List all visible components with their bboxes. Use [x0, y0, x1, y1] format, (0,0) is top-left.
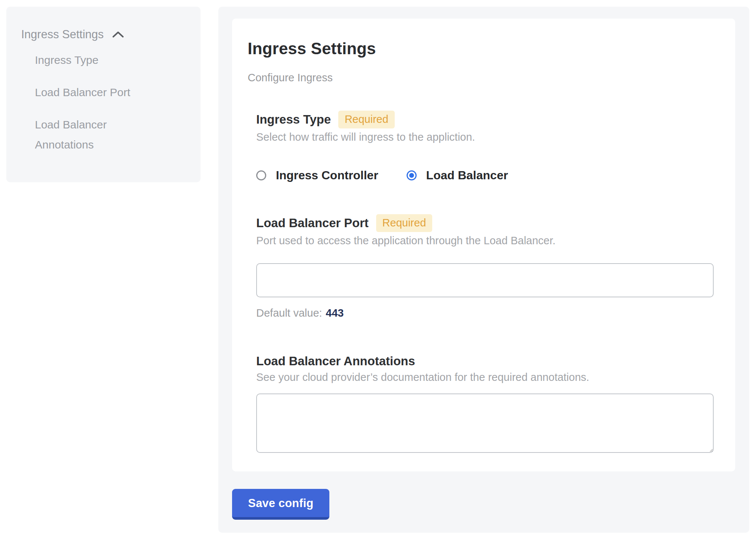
sidebar-item-load-balancer-port[interactable]: Load Balancer Port — [35, 82, 143, 102]
ingress-type-help: Select how traffic will ingress to the a… — [256, 131, 714, 143]
default-value-label: Default value: — [256, 307, 322, 319]
sidebar-item-list: Ingress Type Load Balancer Port Load Bal… — [35, 50, 143, 155]
lb-port-title: Load Balancer Port — [256, 216, 369, 231]
radio-label-ingress-controller[interactable]: Ingress Controller — [276, 168, 378, 183]
section-ingress-type: Ingress Type Required Select how traffic… — [256, 111, 714, 183]
default-value: 443 — [326, 307, 343, 319]
sidebar-item-ingress-type[interactable]: Ingress Type — [35, 50, 143, 70]
section-load-balancer-annotations: Load Balancer Annotations See your cloud… — [256, 354, 714, 453]
settings-sidebar: Ingress Settings Ingress Type Load Balan… — [6, 7, 201, 182]
radio-option-ingress-controller[interactable]: Ingress Controller — [256, 168, 378, 183]
sidebar-group-title: Ingress Settings — [21, 28, 104, 41]
required-badge: Required — [376, 214, 433, 232]
main-panel: Ingress Settings Configure Ingress Ingre… — [218, 7, 749, 533]
ingress-settings-card: Ingress Settings Configure Ingress Ingre… — [232, 19, 735, 471]
lb-annotations-title-row: Load Balancer Annotations — [256, 354, 714, 369]
chevron-up-icon[interactable] — [112, 30, 124, 40]
radio-label-load-balancer[interactable]: Load Balancer — [426, 168, 508, 183]
ingress-type-title-row: Ingress Type Required — [256, 111, 714, 128]
ingress-type-radio-group: Ingress Controller Load Balancer — [256, 168, 714, 183]
default-value-row: Default value:443 — [256, 307, 714, 319]
radio-option-load-balancer[interactable]: Load Balancer — [407, 168, 508, 183]
load-balancer-annotations-textarea[interactable] — [256, 393, 714, 453]
page-title: Ingress Settings — [248, 40, 714, 57]
lb-port-help: Port used to access the application thro… — [256, 234, 714, 247]
radio-ingress-controller[interactable] — [256, 170, 266, 180]
sidebar-group-ingress-settings[interactable]: Ingress Settings — [21, 28, 189, 41]
sidebar-item-load-balancer-annotations[interactable]: Load Balancer Annotations — [35, 115, 143, 155]
load-balancer-port-input[interactable] — [256, 263, 714, 297]
section-load-balancer-port: Load Balancer Port Required Port used to… — [256, 214, 714, 319]
save-config-button[interactable]: Save config — [232, 489, 329, 520]
page-subtitle: Configure Ingress — [248, 71, 714, 84]
lb-annotations-help: See your cloud provider’s documentation … — [256, 371, 714, 383]
form-sections: Ingress Type Required Select how traffic… — [256, 111, 714, 453]
config-screen: Ingress Settings Ingress Type Load Balan… — [0, 0, 756, 539]
lb-port-title-row: Load Balancer Port Required — [256, 214, 714, 232]
required-badge: Required — [338, 111, 395, 128]
lb-annotations-title: Load Balancer Annotations — [256, 354, 415, 369]
ingress-type-title: Ingress Type — [256, 112, 331, 127]
radio-load-balancer[interactable] — [407, 170, 417, 180]
